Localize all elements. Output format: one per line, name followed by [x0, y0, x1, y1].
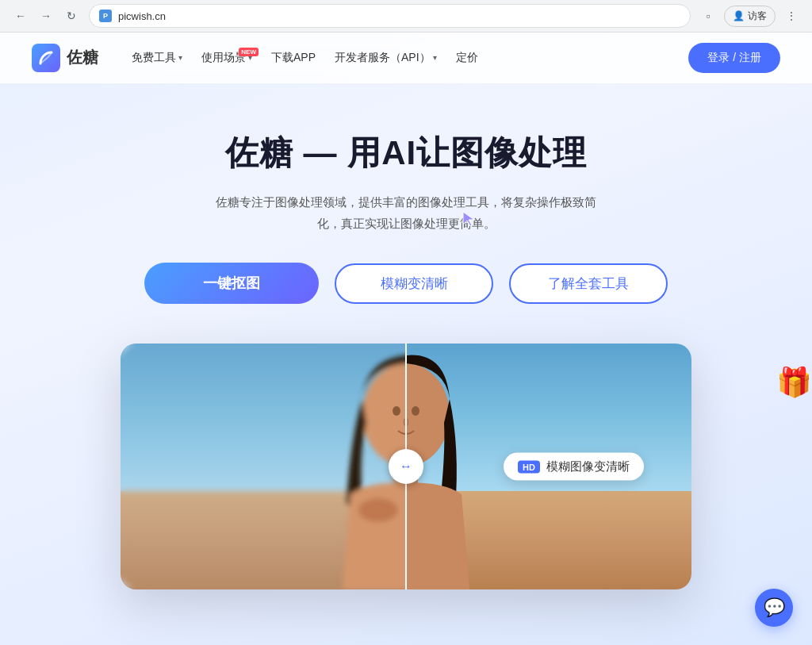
new-badge: NEW	[239, 48, 259, 56]
reload-button[interactable]: ↻	[60, 5, 82, 27]
nav-item-pricing[interactable]: 定价	[448, 46, 486, 70]
svg-point-8	[412, 406, 419, 416]
hero-section: 佐糖 — 用AI让图像处理 佐糖专注于图像处理领域，提供丰富的图像处理工具，将复…	[0, 83, 812, 621]
back-button[interactable]: ←	[10, 5, 32, 27]
chevron-down-icon: ▾	[433, 53, 437, 62]
nav-item-scenarios[interactable]: 使用场景 ▾ NEW	[193, 46, 260, 70]
logo-icon	[32, 44, 60, 72]
browser-chrome: ← → ↻ P picwish.cn ▫ 👤 访客 ⋮	[0, 0, 812, 33]
url-text: picwish.cn	[118, 10, 166, 22]
nav-pricing-label: 定价	[456, 51, 478, 65]
nav-item-api[interactable]: 开发者服务（API） ▾	[327, 46, 445, 70]
hd-tag: HD	[518, 460, 540, 473]
nav-links: 免费工具 ▾ 使用场景 ▾ NEW 下载APP 开发者服务（API） ▾ 定价	[124, 46, 663, 70]
nav-free-tools-label: 免费工具	[132, 51, 176, 65]
gift-widget[interactable]: 🎁	[776, 366, 812, 399]
visitor-button[interactable]: 👤 访客	[724, 6, 776, 27]
browser-toolbar: ← → ↻ P picwish.cn ▫ 👤 访客 ⋮	[0, 0, 812, 32]
visitor-label: 访客	[748, 10, 767, 23]
hd-text: 模糊图像变清晰	[546, 459, 630, 474]
chevron-down-icon: ▾	[178, 53, 182, 62]
nav-item-download[interactable]: 下载APP	[263, 46, 324, 70]
visitor-icon: 👤	[733, 10, 745, 21]
hero-title: 佐糖 — 用AI让图像处理	[16, 131, 796, 175]
login-button[interactable]: 登录 / 注册	[688, 43, 780, 73]
slider-arrows-icon: ↔	[400, 459, 412, 474]
nav-item-free-tools[interactable]: 免费工具 ▾	[124, 46, 190, 70]
navbar: 佐糖 免费工具 ▾ 使用场景 ▾ NEW 下载APP 开发者服务（API） ▾ …	[0, 33, 812, 83]
gift-icon: 🎁	[776, 366, 812, 398]
logo-text: 佐糖	[67, 47, 98, 68]
nav-download-label: 下载APP	[271, 51, 316, 65]
extension-button[interactable]: ▫	[697, 5, 719, 27]
chat-icon: 💬	[764, 597, 785, 618]
browser-right-icons: ▫ 👤 访客 ⋮	[697, 5, 802, 27]
svg-point-7	[393, 406, 400, 416]
logo[interactable]: 佐糖	[32, 44, 98, 72]
primary-action-button[interactable]: 一键抠图	[144, 263, 319, 304]
forward-button[interactable]: →	[35, 5, 57, 27]
menu-button[interactable]: ⋮	[780, 5, 802, 27]
action-buttons: 一键抠图 模糊变清晰 了解全套工具	[16, 263, 796, 304]
chat-button[interactable]: 💬	[755, 589, 793, 627]
svg-point-3	[358, 498, 398, 522]
nav-buttons: ← → ↻	[10, 5, 82, 27]
hero-description: 佐糖专注于图像处理领域，提供丰富的图像处理工具，将复杂操作极致简化，真正实现让图…	[208, 191, 604, 234]
nav-right: 登录 / 注册	[688, 43, 780, 73]
address-bar[interactable]: P picwish.cn	[89, 4, 691, 28]
site-favicon: P	[99, 10, 112, 22]
nav-api-label: 开发者服务（API）	[335, 51, 431, 65]
comparison-slider-handle[interactable]: ↔	[389, 449, 423, 484]
secondary-action-button-2[interactable]: 了解全套工具	[509, 263, 668, 304]
page-content: 佐糖 免费工具 ▾ 使用场景 ▾ NEW 下载APP 开发者服务（API） ▾ …	[0, 33, 812, 645]
hd-badge: HD 模糊图像变清晰	[504, 453, 644, 481]
demo-container: ↔ HD 模糊图像变清晰	[121, 344, 691, 589]
secondary-action-button-1[interactable]: 模糊变清晰	[335, 263, 493, 304]
